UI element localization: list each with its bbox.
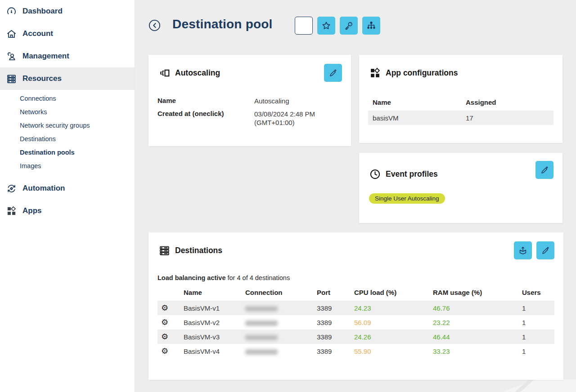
favorite-button[interactable] bbox=[317, 17, 335, 35]
column-header-ram-usage: RAM usage (%) bbox=[428, 289, 517, 301]
column-header-gear bbox=[158, 289, 178, 301]
sidebar-item-destination-pools[interactable]: Destination pools bbox=[0, 146, 135, 159]
sidebar: Dashboard Account Management bbox=[0, 0, 135, 392]
hierarchy-button[interactable] bbox=[362, 17, 380, 35]
sidebar-item-apps[interactable]: Apps bbox=[0, 200, 135, 222]
sidebar-item-networks[interactable]: Networks bbox=[0, 105, 135, 119]
app-configuration-assigned: 17 bbox=[461, 114, 554, 122]
card-title: App configurations bbox=[386, 68, 458, 78]
autoscaling-card: Autoscaling Name Autoscaling Created at … bbox=[148, 55, 351, 146]
destination-settings-gear-icon[interactable]: ⚙ bbox=[161, 318, 168, 326]
destination-users: 1 bbox=[517, 330, 554, 344]
sidebar-item-destinations[interactable]: Destinations bbox=[0, 132, 135, 146]
destination-port: 3389 bbox=[311, 330, 349, 344]
table-header-row: Name Connection Port CPU load (%) RAM us… bbox=[158, 289, 554, 301]
export-destinations-button[interactable] bbox=[514, 241, 532, 259]
destination-name: BasisVM-v2 bbox=[178, 315, 240, 330]
servers-icon bbox=[6, 73, 17, 84]
pencil-icon bbox=[541, 246, 550, 255]
sitemap-icon bbox=[366, 21, 376, 31]
destination-settings-gear-icon[interactable]: ⚙ bbox=[161, 333, 168, 341]
back-button[interactable] bbox=[148, 19, 161, 31]
subnav-label: Destinations bbox=[20, 135, 56, 143]
cpu-load-value: 24.26 bbox=[354, 333, 371, 341]
destination-name: BasisVM-v1 bbox=[178, 301, 240, 315]
destination-row[interactable]: ⚙ BasisVM-v3 3389 24.26 46.44 1 bbox=[158, 330, 554, 344]
destination-row[interactable]: ⚙ BasisVM-v4 3389 55.90 33.23 1 bbox=[158, 344, 554, 358]
sidebar-item-connections[interactable]: Connections bbox=[0, 92, 135, 105]
event-profile-badge: Single User Autoscaling bbox=[369, 193, 445, 204]
sidebar-item-management[interactable]: Management bbox=[0, 45, 135, 67]
key-icon bbox=[344, 21, 354, 31]
sidebar-item-images[interactable]: Images bbox=[0, 159, 135, 173]
sidebar-item-account[interactable]: Account bbox=[0, 22, 135, 45]
app-configurations-card: App configurations Name Assigned basisVM… bbox=[359, 55, 562, 143]
column-header-name: Name bbox=[178, 289, 240, 301]
destination-name: BasisVM-v4 bbox=[178, 344, 240, 358]
ram-usage-value: 46.76 bbox=[433, 304, 450, 312]
card-title: Event profiles bbox=[386, 169, 438, 179]
box-export-icon bbox=[518, 245, 528, 255]
sidebar-item-network-security-groups[interactable]: Network security groups bbox=[0, 119, 135, 132]
sidebar-item-automation[interactable]: Automation bbox=[0, 177, 135, 200]
app-configuration-row[interactable]: basisVM 17 bbox=[368, 111, 554, 125]
delete-button[interactable] bbox=[295, 17, 313, 35]
users-icon bbox=[6, 51, 17, 62]
field-row: Created at (oneclick) 03/08/2024 2:48 PM… bbox=[158, 110, 342, 127]
cpu-load-value: 55.90 bbox=[354, 347, 371, 355]
column-header-cpu-load: CPU load (%) bbox=[349, 289, 428, 301]
column-header-assigned: Assigned bbox=[461, 98, 554, 106]
column-header-users: Users bbox=[517, 289, 554, 301]
key-button[interactable] bbox=[340, 17, 358, 35]
star-icon bbox=[321, 21, 331, 31]
ram-usage-value: 46.44 bbox=[433, 333, 450, 341]
status-bold: Load balancing active bbox=[158, 274, 226, 281]
gauge-icon bbox=[6, 6, 17, 17]
main-content: Destination pool bbox=[135, 0, 576, 392]
destinations-table: Name Connection Port CPU load (%) RAM us… bbox=[158, 289, 554, 358]
destination-port: 3389 bbox=[311, 301, 349, 315]
sidebar-item-dashboard[interactable]: Dashboard bbox=[0, 0, 135, 22]
autoscaling-fields: Name Autoscaling Created at (oneclick) 0… bbox=[158, 97, 342, 131]
page-title: Destination pool bbox=[172, 17, 273, 31]
event-profile-badges: Single User Autoscaling bbox=[369, 193, 445, 204]
sidebar-item-label: Automation bbox=[22, 184, 65, 193]
cpu-load-value: 24.23 bbox=[354, 304, 371, 312]
header-actions bbox=[295, 17, 380, 35]
status-rest: for 4 of 4 destinations bbox=[226, 274, 290, 281]
field-label: Name bbox=[158, 97, 254, 106]
field-value: 03/08/2024 2:48 PM (GMT+01:00) bbox=[254, 110, 342, 127]
automation-icon bbox=[6, 183, 17, 194]
subnav-label: Images bbox=[20, 162, 41, 169]
destination-settings-gear-icon[interactable]: ⚙ bbox=[161, 304, 168, 312]
destination-connection-redacted bbox=[245, 349, 278, 355]
sidebar-item-resources[interactable]: Resources bbox=[0, 67, 135, 90]
resources-subnav: Connections Networks Network security gr… bbox=[0, 90, 135, 177]
destination-port: 3389 bbox=[311, 315, 349, 330]
destination-connection-redacted bbox=[245, 306, 278, 312]
app-configurations-table: Name Assigned basisVM 17 bbox=[368, 96, 554, 125]
destinations-card: Destinations Load balancing act bbox=[148, 232, 563, 380]
destination-connection-redacted bbox=[245, 335, 278, 340]
column-header-name: Name bbox=[368, 98, 461, 106]
edit-autoscaling-button[interactable] bbox=[324, 64, 342, 82]
edit-event-profiles-button[interactable] bbox=[536, 161, 554, 179]
edit-destinations-button[interactable] bbox=[536, 241, 554, 259]
destination-settings-gear-icon[interactable]: ⚙ bbox=[161, 347, 168, 355]
card-title: Destinations bbox=[175, 246, 222, 255]
column-header-connection: Connection bbox=[240, 289, 311, 301]
sidebar-item-label: Account bbox=[22, 29, 53, 38]
pencil-icon bbox=[540, 165, 549, 175]
field-row: Name Autoscaling bbox=[158, 97, 342, 106]
sidebar-item-label: Dashboard bbox=[22, 7, 63, 16]
subnav-label: Network security groups bbox=[20, 122, 90, 129]
scaling-icon bbox=[158, 67, 170, 79]
destination-row[interactable]: ⚙ BasisVM-v1 3389 24.23 46.76 1 bbox=[158, 301, 554, 315]
event-profiles-card: Event profiles Single User Autoscaling bbox=[359, 153, 562, 223]
destination-row[interactable]: ⚙ BasisVM-v2 3389 56.09 23.22 1 bbox=[158, 315, 554, 330]
card-title: Autoscaling bbox=[175, 68, 220, 78]
destination-users: 1 bbox=[517, 344, 554, 358]
ram-usage-value: 23.22 bbox=[433, 319, 450, 326]
app-configuration-name: basisVM bbox=[368, 114, 461, 122]
destination-users: 1 bbox=[517, 315, 554, 330]
